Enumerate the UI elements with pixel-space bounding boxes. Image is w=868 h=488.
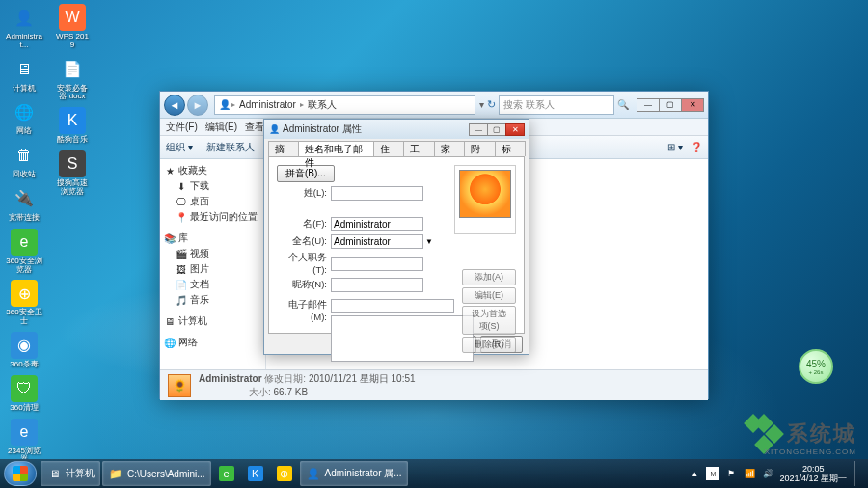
- sidebar-item[interactable]: 🎵音乐: [162, 292, 263, 308]
- sidebar-item[interactable]: 🎬视频: [162, 246, 263, 261]
- desktop-icon[interactable]: K酷狗音乐: [54, 107, 91, 145]
- maximize-button[interactable]: ▢: [659, 98, 682, 112]
- tab-6[interactable]: 标识: [495, 141, 526, 156]
- email-field[interactable]: [331, 299, 454, 313]
- tab-0[interactable]: 摘要: [268, 141, 299, 156]
- desktop-icon[interactable]: 🌐网络: [6, 98, 42, 136]
- menu-item[interactable]: 文件(F): [166, 121, 198, 134]
- library-icon: 📚: [164, 232, 176, 244]
- desktop-icon[interactable]: WWPS 2019: [54, 4, 91, 50]
- app-icon: 🖥: [46, 466, 62, 481]
- tray-show-hidden-icon[interactable]: ▴: [688, 467, 701, 480]
- desktop-icon[interactable]: S搜狗高速浏览器: [54, 150, 91, 197]
- desktop-icon[interactable]: ⊕360安全卫士: [6, 280, 42, 326]
- lastname-field[interactable]: [331, 186, 423, 201]
- close-button[interactable]: ✕: [505, 123, 525, 136]
- email-action-button[interactable]: 删除(R): [462, 337, 516, 353]
- app-icon: K: [248, 466, 263, 481]
- menu-item[interactable]: 编辑(E): [205, 121, 237, 134]
- system-tray: ▴ M ⚑ 📶 🔊 20:05 2021/4/12 星期一: [688, 461, 864, 486]
- desktop-icon[interactable]: e360安全浏览器: [6, 229, 42, 275]
- icon-label: Administrat...: [6, 33, 42, 50]
- desktop-icon[interactable]: 🗑回收站: [6, 142, 42, 179]
- breadcrumb-seg[interactable]: 联系人: [305, 98, 339, 112]
- icon-label: 酷狗音乐: [57, 136, 88, 145]
- tray-lang-icon[interactable]: M: [706, 467, 719, 480]
- desktop-icon[interactable]: 👤Administrat...: [6, 4, 42, 50]
- taskbar-item[interactable]: ⊕: [271, 461, 298, 486]
- sidebar-item[interactable]: 📍最近访问的位置: [162, 209, 263, 225]
- taskbar-item[interactable]: e: [213, 461, 240, 486]
- library-icon: 🖼: [176, 263, 187, 275]
- contact-icon: 🌻: [168, 374, 191, 397]
- sidebar-network[interactable]: 🌐网络: [162, 335, 263, 350]
- toolbar-item[interactable]: 组织 ▾: [166, 141, 193, 154]
- tab-3[interactable]: 工作: [403, 141, 434, 156]
- tab-2[interactable]: 住宅: [373, 141, 404, 156]
- refresh-icon[interactable]: ↻: [487, 98, 496, 111]
- accelerator-badge[interactable]: 45% + 26s: [799, 349, 833, 384]
- desktop-icon[interactable]: 🔌宽带连接: [6, 185, 42, 223]
- help-icon[interactable]: ❓: [691, 142, 702, 152]
- search-input[interactable]: 搜索 联系人: [499, 95, 614, 115]
- folder-icon: 📍: [176, 211, 187, 223]
- search-icon[interactable]: 🔍: [617, 99, 629, 110]
- sidebar-favorites-header[interactable]: ★★ 收藏夹收藏夹: [162, 163, 263, 178]
- email-action-button[interactable]: 设为首选项(S): [462, 306, 516, 335]
- app-icon: 🌐: [11, 98, 38, 125]
- desktop-icon[interactable]: 📄安装必备器.docx: [54, 56, 91, 102]
- minimize-button[interactable]: —: [637, 98, 660, 112]
- sidebar: ★★ 收藏夹收藏夹 ⬇下载🖵桌面📍最近访问的位置 📚库 🎬视频🖼图片📄文档🎵音乐…: [160, 159, 266, 369]
- email-action-button[interactable]: 添加(A): [462, 269, 516, 285]
- desktop-icon[interactable]: 🛡360清理: [6, 375, 42, 413]
- nav-back-button[interactable]: ◄: [164, 95, 185, 116]
- status-modified: 2010/11/21 星期日 10:51: [309, 373, 416, 384]
- fullname-field[interactable]: [331, 234, 423, 249]
- sidebar-item[interactable]: 🖼图片: [162, 261, 263, 277]
- toolbar-item[interactable]: 新建联系人: [206, 141, 255, 154]
- sidebar-item[interactable]: 📄文档: [162, 277, 263, 292]
- tab-1[interactable]: 姓名和电子邮件: [298, 141, 373, 156]
- tab-5[interactable]: 附注: [464, 141, 495, 156]
- sidebar-libraries-header[interactable]: 📚库: [162, 230, 263, 246]
- minimize-button[interactable]: —: [469, 123, 488, 136]
- tab-4[interactable]: 家庭: [434, 141, 465, 156]
- taskbar-item[interactable]: K: [242, 461, 269, 486]
- close-button[interactable]: ✕: [681, 98, 704, 112]
- dialog-titlebar[interactable]: 👤 Administrator 属性 — ▢ ✕: [264, 120, 529, 139]
- app-icon: ◉: [11, 332, 38, 359]
- status-size: 66.7 KB: [274, 387, 309, 397]
- start-button[interactable]: [4, 461, 37, 486]
- tray-volume-icon[interactable]: 🔊: [761, 467, 774, 480]
- desktop-icon[interactable]: e2345浏览器: [6, 419, 42, 465]
- address-bar[interactable]: 👤 ▸ Administrator ▸ 联系人: [214, 95, 475, 115]
- icon-label: 搜狗高速浏览器: [54, 179, 91, 197]
- taskbar-clock[interactable]: 20:05 2021/4/12 星期一: [779, 464, 847, 484]
- tray-action-icon[interactable]: ⚑: [724, 467, 738, 480]
- title-field[interactable]: [331, 257, 423, 271]
- tray-network-icon[interactable]: 📶: [743, 467, 756, 480]
- view-icon[interactable]: ⊞ ▾: [667, 142, 683, 152]
- nickname-field[interactable]: [331, 278, 423, 292]
- taskbar-item[interactable]: 📁C:\Users\Admini...: [102, 461, 211, 486]
- sidebar-item[interactable]: 🖵桌面: [162, 194, 263, 209]
- icon-label: WPS 2019: [54, 33, 91, 50]
- sidebar-computer[interactable]: 🖥计算机: [162, 313, 263, 329]
- nav-fwd-button[interactable]: ►: [187, 95, 208, 116]
- show-desktop-button[interactable]: [854, 461, 862, 486]
- desktop-icon[interactable]: ◉360杀毒: [6, 332, 42, 369]
- taskbar-item[interactable]: 🖥计算机: [41, 461, 100, 486]
- desktop-icon[interactable]: 🖥计算机: [6, 56, 42, 94]
- sidebar-item[interactable]: ⬇下载: [162, 178, 263, 194]
- chevron-down-icon[interactable]: ▼: [425, 237, 433, 246]
- firstname-field[interactable]: [331, 217, 423, 231]
- dialog-title: Administrator 属性: [283, 122, 470, 136]
- taskbar-item[interactable]: 👤Administrator 属...: [300, 461, 408, 486]
- icon-label: 360安全卫士: [6, 309, 42, 326]
- email-list[interactable]: [331, 315, 474, 362]
- maximize-button[interactable]: ▢: [487, 123, 506, 136]
- email-action-button[interactable]: 编辑(E): [462, 287, 516, 304]
- breadcrumb-seg[interactable]: Administrator: [236, 99, 299, 110]
- icon-label: 回收站: [13, 171, 36, 179]
- picture-preview[interactable]: [454, 165, 516, 234]
